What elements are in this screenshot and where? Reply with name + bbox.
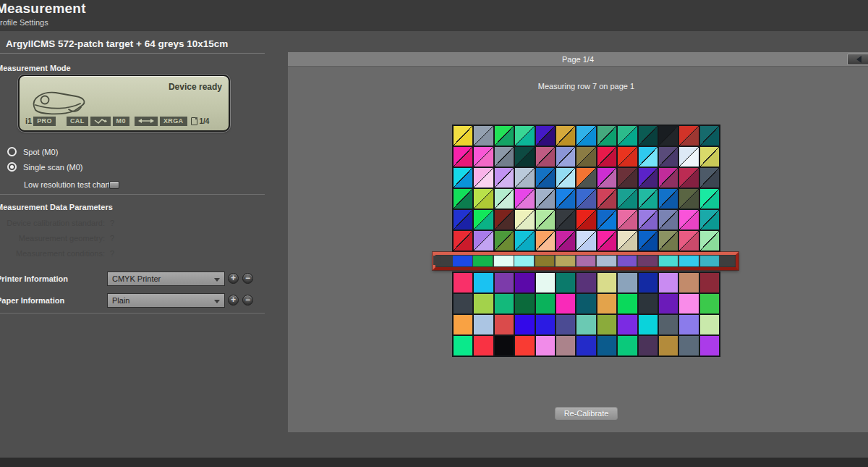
add-paper-button[interactable]: + [228,295,239,306]
radio-spot[interactable]: Spot (M0) [7,147,58,156]
remove-paper-button[interactable]: − [242,295,253,306]
radio-single-scan[interactable]: Single scan (M0) [7,162,83,172]
patch-cell-split [638,125,658,146]
breadcrumb: rofile Settings [0,18,48,27]
scan-strip [433,252,739,270]
previous-page-button[interactable] [847,54,868,65]
patch-cell-split [597,146,617,167]
patch-cell-split [597,167,617,188]
patch-cell [617,335,637,356]
patch-cell-split [535,188,556,209]
patch-cell [678,314,699,335]
remove-printer-button[interactable]: − [242,273,253,284]
patch-row [453,293,720,314]
patch-cell [535,293,556,314]
low-res-chart-checkbox[interactable] [109,181,119,189]
patch-cell-split [699,230,720,251]
patch-cell-split [556,125,576,146]
patch-cell-split [556,209,576,230]
patch-cell-split [514,125,535,146]
patch-cell [473,293,493,314]
patch-cell-split [535,125,556,146]
patch-cell [699,314,720,335]
patch-cell-split [453,125,473,146]
patch-row [453,146,720,167]
patch-cell-split [514,167,535,188]
scan-strip-patch [453,256,472,266]
back-arrow-icon [853,56,861,63]
paper-information-label: Paper Information [0,296,64,305]
patch-cell-split [678,125,699,146]
patch-cell-split [556,230,576,251]
param-row-measurement-geometry: Measurement geometry:? [0,234,119,243]
patch-cell [514,335,535,356]
patch-cell [658,314,678,335]
recalibrate-button[interactable]: Re-Calibrate [555,407,618,420]
scan-strip-patch [556,256,575,266]
divider [0,194,265,195]
scan-strip-patch [679,256,699,266]
patch-row [453,230,720,251]
patch-cell-split [535,146,556,167]
patch-cell [638,293,658,314]
patch-cell [617,314,637,335]
measurement-mode-heading: Measurement Mode [0,64,71,72]
add-printer-button[interactable]: + [228,273,239,284]
patch-cell-split [638,146,658,167]
device-status-bar: i1 PRO CAL M0 XRGA 1/4 [25,116,224,126]
patch-cell-split [473,125,493,146]
patch-cell-split [576,125,596,146]
printer-select[interactable]: CMYK Printer [107,272,225,286]
patch-cell [576,272,596,293]
patch-cell [494,293,514,314]
patch-cell-split [514,146,535,167]
measurement-panel: Page 1/4 Measuring row 7 on page 1 Re-Ca… [288,52,868,432]
patch-cell-split [576,230,596,251]
scan-strip-patch [473,256,493,266]
badge-cal: CAL [67,117,88,126]
patch-cell [494,314,514,335]
badge-m0: M0 [113,117,129,126]
paper-select[interactable]: Plain [107,293,225,308]
patch-cell-split [494,167,514,188]
patch-cell-split [638,188,658,209]
radio-icon[interactable] [7,147,17,156]
patch-cell-split [658,167,678,188]
patch-cell-split [535,167,556,188]
patch-cell-split [678,209,699,230]
device-status: Device ready [169,82,222,92]
patch-cell-split [617,230,637,251]
patch-cell-split [658,209,678,230]
patch-cell-split [658,230,678,251]
patch-cell-split [699,188,720,209]
page-header-bar: Page 1/4 [288,52,868,67]
badge-pro: PRO [33,117,56,126]
patch-cell [576,335,596,356]
patch-cell-split [494,125,514,146]
patch-cell [597,272,617,293]
scan-strip-patch [638,256,658,266]
patch-cell-split [678,188,699,209]
patch-cell [638,314,658,335]
patch-cell-split [678,146,699,167]
param-value: ? [110,219,114,227]
top-header: Measurement rofile Settings [0,0,868,31]
patch-cell-split [597,125,617,146]
patch-cell-split [494,230,514,251]
radio-icon-selected[interactable] [7,162,17,172]
page-indicator: Page 1/4 [562,55,594,64]
scan-strip-patch [494,256,514,266]
scan-strip-patch [576,256,596,266]
patch-cell-split [535,209,556,230]
divider [0,313,265,314]
patch-cell-split [494,188,514,209]
patch-row [453,125,720,146]
patch-cell [678,335,699,356]
patch-cell-split [514,188,535,209]
param-row-calibration-standard: Device calibration standard:? [0,219,119,227]
patch-cell-split [473,230,493,251]
patch-cell-split [453,209,473,230]
patch-cell-split [494,209,514,230]
patch-cell-split [453,146,473,167]
bottom-bar [0,458,868,467]
